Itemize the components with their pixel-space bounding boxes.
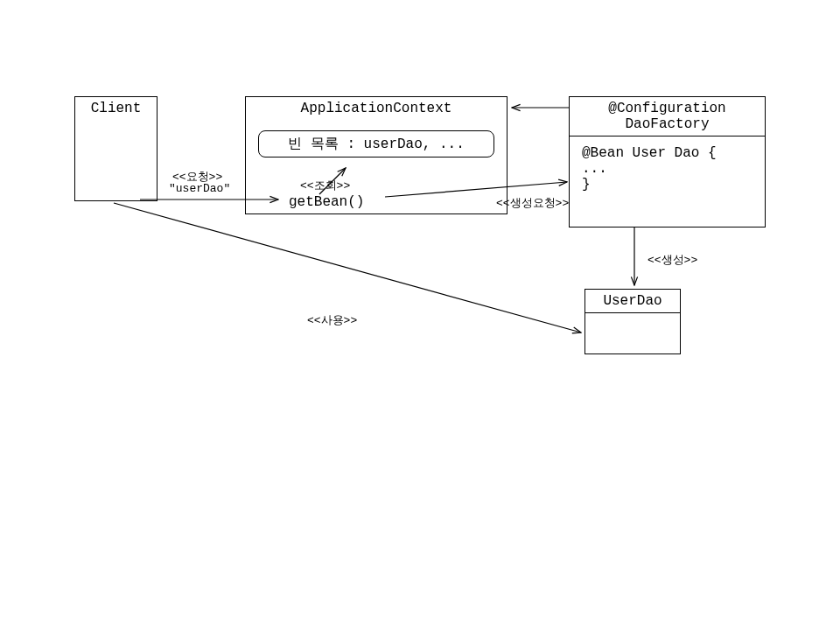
app-context-title: ApplicationContext — [246, 97, 507, 120]
daofactory-body3: } — [582, 177, 752, 192]
lookup-label: <<조회>> — [300, 178, 350, 193]
getbean-method: getBean() — [289, 194, 364, 210]
use-label: <<사용>> — [307, 312, 357, 328]
request-arg-label: "userDao" — [169, 182, 230, 195]
userdao-box: UserDao — [584, 289, 681, 354]
client-box: Client — [74, 96, 158, 201]
create-req-label: <<생성요청>> — [496, 195, 569, 211]
daofactory-body2: ... — [582, 161, 752, 177]
daofactory-title1: @Configuration — [570, 97, 765, 116]
daofactory-box: @Configuration DaoFactory @Bean User Dao… — [569, 96, 766, 228]
daofactory-title2: DaoFactory — [570, 116, 765, 136]
app-context-box: ApplicationContext 빈 목록 : userDao, ... — [245, 96, 508, 214]
client-title: Client — [75, 97, 157, 120]
daofactory-body1: @Bean User Dao { — [582, 145, 752, 161]
arrows-svg — [0, 0, 840, 630]
userdao-title: UserDao — [585, 290, 680, 312]
create-label: <<생성>> — [648, 252, 697, 268]
bean-list-box: 빈 목록 : userDao, ... — [258, 130, 494, 158]
